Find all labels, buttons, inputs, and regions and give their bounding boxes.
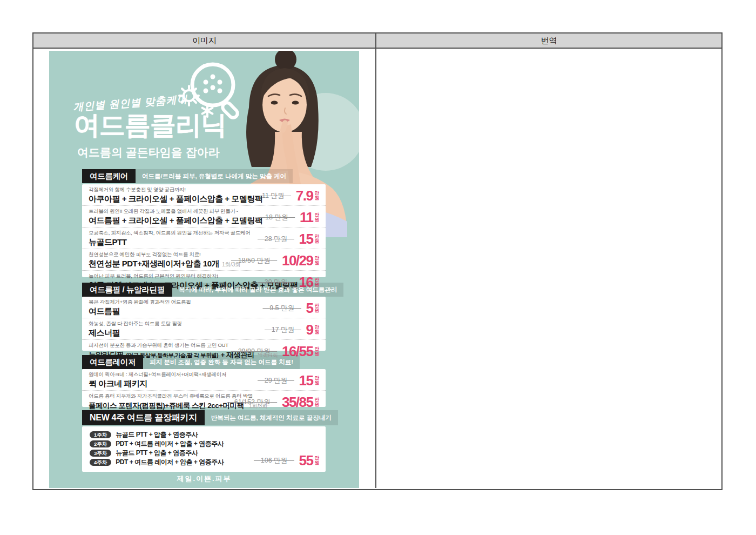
- old-price: 18/50 만원: [231, 256, 277, 265]
- treatment-title: 여드름필 + 크라이오셀 + 풀페이스압출 + 모델링팩: [89, 216, 262, 225]
- price-block: 11 만원 7.9만원: [255, 189, 319, 203]
- price-block: 17 만원 9만원: [265, 323, 319, 337]
- sale-price: 55만원: [299, 453, 319, 467]
- poster-subtitle: 여드름의 골든타임을 잡아라: [77, 145, 220, 160]
- table-header-image: 이미지: [33, 34, 376, 48]
- week-pill: 4주차: [90, 459, 111, 466]
- sale-price: 15만원: [299, 373, 319, 387]
- price-block: 18/50 만원 10/29만원: [231, 253, 319, 268]
- sale-price: 9만원: [306, 323, 319, 337]
- old-price: 29 만원: [258, 376, 294, 385]
- section-subtitle: 피지 분비 조절, 염증 완화 등 자극 없는 여드름 치료!: [143, 355, 300, 369]
- clinic-slogan: 제일.이쁜.피부: [49, 474, 359, 484]
- old-price: 28 만원: [258, 235, 294, 244]
- price-block: 9.5 만원 5만원: [263, 301, 319, 315]
- treatment-row: 원데이 퀵아크네 : 제스너필+여드름레이저+머미팩+재생레이저 퀵 아크네 패…: [82, 369, 326, 390]
- treatment-row: 모공축소, 피지감소, 색소침착, 여드름의 원인을 개선하는 저자극 골드케어…: [82, 227, 326, 249]
- week-treatments: PDT + 여드름 레이저 + 압출 + 염증주사: [116, 458, 224, 467]
- week-pill: 2주차: [90, 440, 111, 448]
- treatment-title: 여드름필: [89, 306, 120, 316]
- sale-price: 10/29만원: [282, 253, 319, 268]
- section-header-laser: 여드름레이저 피지 분비 조절, 염증 완화 등 자극 없는 여드름 치료!: [82, 355, 300, 369]
- table-header-row: 이미지 번역: [33, 34, 721, 49]
- week-pill: 1주차: [90, 431, 111, 439]
- treatment-title: 제스너필: [89, 328, 120, 337]
- old-price: 17 만원: [265, 325, 301, 335]
- treatment-title: 풀페이스 포텐자(펌핑팁)+쥬베룩 스킨 2cc+머미팩: [89, 402, 244, 410]
- table-body-row: 개인별 원인별 맞춤케어 여드름클리닉 여드름의 골든타임을 잡아라 여드름케어…: [33, 49, 721, 488]
- section-badge: 여드름케어: [82, 169, 136, 183]
- old-price: 29/90 만원: [231, 347, 277, 356]
- price-block: 28 만원 15만원: [258, 232, 319, 246]
- price-card-4week-package: 1주차 뉴골드 PTT + 압출 + 염증주사 2주차 PDT + 여드름 레이…: [82, 426, 326, 472]
- week-row: 2주차 PDT + 여드름 레이저 + 압출 + 염증주사: [82, 439, 326, 449]
- image-cell: 개인별 원인별 맞춤케어 여드름클리닉 여드름의 골든타임을 잡아라 여드름케어…: [33, 49, 376, 488]
- section-subtitle: 반복되는 여드름, 체계적인 치료로 끝장내기: [205, 410, 338, 425]
- acne-clinic-poster: 개인별 원인별 맞춤케어 여드름클리닉 여드름의 골든타임을 잡아라 여드름케어…: [49, 51, 359, 488]
- treatment-title: 천연성분 PDT+재생레이저+압출 10개: [89, 259, 219, 268]
- week-pill: 3주차: [90, 450, 111, 457]
- treatment-row: 각질제거와 함께 수분충전 및 영양 공급까지! 아쿠아필 + 크라이오셀 + …: [82, 184, 326, 205]
- treatment-title: 아쿠아필 + 크라이오셀 + 풀페이스압출 + 모델링팩: [89, 194, 262, 203]
- sale-price: 7.9만원: [296, 189, 319, 203]
- price-block: 61/152 만원 35/85만원: [227, 395, 319, 409]
- section-badge: 여드름필 / 뉴알라딘필: [82, 283, 172, 297]
- section-header-4week-package: NEW 4주 여드름 끝장패키지 반복되는 여드름, 체계적인 치료로 끝장내기: [82, 410, 338, 425]
- section-badge: 여드름레이저: [82, 355, 143, 369]
- price-card-acne-care: 각질제거와 함께 수분충전 및 영양 공급까지! 아쿠아필 + 크라이오셀 + …: [82, 184, 326, 277]
- old-price: 11 만원: [255, 191, 291, 200]
- price-card-laser: 원데이 퀵아크네 : 제스너필+여드름레이저+머미팩+재생레이저 퀵 아크네 패…: [82, 369, 326, 407]
- section-badge: NEW 4주 여드름 끝장패키지: [82, 410, 205, 425]
- week-treatments: PDT + 여드름 레이저 + 압출 + 염증주사: [116, 439, 224, 449]
- translation-cell-empty: [376, 49, 721, 488]
- table-header-translation: 번역: [376, 34, 721, 48]
- sale-price: 11만원: [300, 210, 319, 224]
- old-price: 106 만원: [254, 456, 294, 465]
- treatment-title: 뉴골드PTT: [89, 237, 126, 246]
- treatment-row: 천연성분으로 예민한 피부도 걱정없는 여드름 치료! 천연성분 PDT+재생레…: [82, 249, 326, 270]
- treatment-row: 여드름 흉터 지우개와 자가조직콜라겐 부스터 쥬베룩으로 여드름 흉터 박멸 …: [82, 390, 326, 412]
- old-price: 9.5 만원: [263, 304, 301, 313]
- sale-price: 35/85만원: [282, 395, 319, 409]
- section-header-acne-care: 여드름케어 여드름/트러블 피부, 유형별로 나에게 맞는 맞춤 케어: [82, 169, 293, 183]
- sale-price: 5만원: [306, 301, 319, 315]
- week-treatments: 뉴골드 PTT + 압출 + 염증주사: [116, 449, 198, 458]
- old-price: 61/152 만원: [227, 398, 277, 407]
- price-block: 18 만원 11만원: [259, 210, 319, 224]
- treatment-row: 트러블의 원인!! 오래된 각질과 노폐물을 없애서 깨끗한 피부 만들기~ 여…: [82, 205, 326, 227]
- treatment-title: 퀵 아크네 패키지: [89, 379, 147, 388]
- price-block: 29 만원 15만원: [258, 373, 319, 387]
- sale-price: 15만원: [299, 232, 319, 246]
- old-price: 18 만원: [259, 213, 295, 222]
- section-header-peel: 여드름필 / 뉴알라딘필 목적에 따라, 부위에 따라 골라 받는 효과 좋은 …: [82, 283, 343, 297]
- treatment-row: 화농성, 좁쌀 다 잡아주는 여드름 토탈 필링 제스너필 17 만원 9만원: [82, 318, 326, 339]
- section-subtitle: 목적에 따라, 부위에 따라 골라 받는 효과 좋은 여드름관리: [172, 283, 343, 297]
- week-treatments: 뉴골드 PTT + 압출 + 염증주사: [116, 430, 198, 439]
- price-card-peel: 묵은 각질제거+염증 완화에 효과적인 여드름필 여드름필 9.5 만원 5만원…: [82, 297, 326, 351]
- section-subtitle: 여드름/트러블 피부, 유형별로 나에게 맞는 맞춤 케어: [136, 169, 293, 183]
- price-block: 106 만원 55만원: [254, 453, 319, 467]
- treatment-row: 묵은 각질제거+염증 완화에 효과적인 여드름필 여드름필 9.5 만원 5만원: [82, 297, 326, 318]
- translation-table: 이미지 번역: [32, 32, 723, 490]
- poster-title: 여드름클리닉: [74, 108, 226, 143]
- week-row: 1주차 뉴골드 PTT + 압출 + 염증주사: [82, 430, 326, 439]
